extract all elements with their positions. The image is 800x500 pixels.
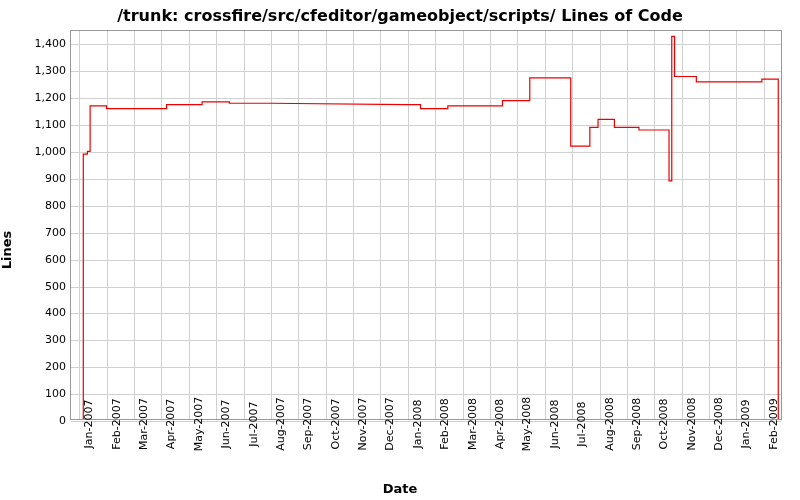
x-tick-label: Apr-2007 [164,399,177,449]
x-tick-label: Nov-2008 [685,397,698,450]
x-tick-label: Nov-2007 [356,397,369,450]
chart-title: /trunk: crossfire/src/cfeditor/gameobjec… [0,6,800,25]
x-tick-label: Jul-2007 [247,401,260,446]
x-tick-label: May-2007 [192,397,205,452]
y-tick-label: 0 [26,414,66,427]
x-tick-label: Sep-2008 [630,398,643,451]
x-tick-label: Aug-2007 [274,397,287,450]
x-tick-label: Oct-2008 [657,399,670,450]
x-tick-label: Jan-2009 [739,400,752,449]
gridline-h [71,421,781,422]
x-tick-label: Oct-2007 [329,399,342,450]
x-tick-label: Dec-2008 [712,397,725,450]
x-tick-label: Feb-2008 [438,398,451,449]
x-tick-label: Mar-2007 [137,398,150,450]
y-tick-label: 500 [26,279,66,292]
x-tick-label: Feb-2007 [110,398,123,449]
x-tick-label: Jan-2008 [411,400,424,449]
x-tick-label: Aug-2008 [603,397,616,450]
x-tick-label: Jul-2008 [575,401,588,446]
y-tick-label: 100 [26,387,66,400]
y-tick-label: 600 [26,252,66,265]
x-tick-label: Feb-2009 [767,398,780,449]
y-tick-label: 900 [26,171,66,184]
x-tick-label: Jun-2008 [548,399,561,448]
x-tick-label: Jun-2007 [219,399,232,448]
y-tick-label: 800 [26,198,66,211]
x-tick-label: Mar-2008 [466,398,479,450]
y-tick-label: 300 [26,333,66,346]
y-tick-label: 1,200 [26,91,66,104]
x-axis-label: Date [0,481,800,496]
loc-chart: /trunk: crossfire/src/cfeditor/gameobjec… [0,0,800,500]
y-tick-label: 1,000 [26,145,66,158]
x-tick-label: May-2008 [520,397,533,452]
plot-area [70,30,782,420]
y-tick-label: 400 [26,306,66,319]
y-tick-label: 700 [26,225,66,238]
y-axis-label: Lines [0,231,14,270]
x-tick-label: Apr-2008 [493,399,506,449]
y-tick-label: 1,400 [26,37,66,50]
x-tick-label: Dec-2007 [383,397,396,450]
x-tick-label: Sep-2007 [301,398,314,451]
data-series-line [71,31,781,419]
y-tick-label: 1,100 [26,118,66,131]
y-tick-label: 1,300 [26,64,66,77]
y-tick-label: 200 [26,360,66,373]
x-tick-label: Jan-2007 [82,400,95,449]
